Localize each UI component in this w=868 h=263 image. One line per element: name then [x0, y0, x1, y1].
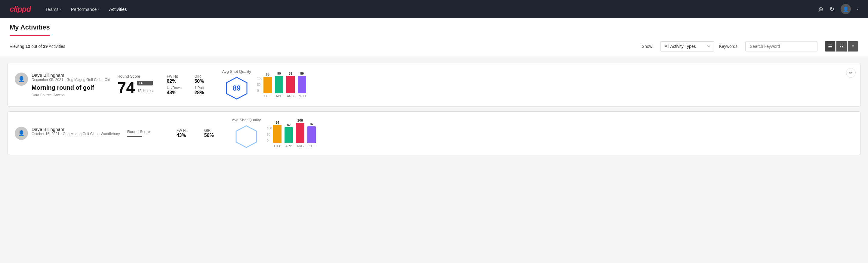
bar-chart: 85OTT90APP89ARG89PUTT [264, 71, 307, 98]
person-icon: 👤 [18, 76, 25, 83]
view-toggle: ☰ ☷ ≡ [825, 41, 858, 52]
bar-bottom-label: PUTT [298, 94, 307, 98]
player-name: Dave Billingham [32, 72, 110, 78]
round-score-label: Round Score [117, 74, 159, 79]
navbar: clippd Teams ▾ Performance ▾ Activities … [0, 0, 868, 18]
user-icon: 👤 [843, 6, 849, 12]
bar-top-label: 85 [266, 72, 270, 76]
hex-quality [234, 124, 258, 149]
card-quality: Avg Shot Quality 89 100 50 0 [222, 69, 360, 100]
up-down-value: 43% [166, 90, 187, 95]
gir-stat: GIR 56% [204, 128, 225, 138]
bar-fill [284, 127, 293, 143]
fw-hit-stat: FW Hit 43% [177, 128, 197, 138]
activity-name: Morning round of golf [32, 84, 110, 91]
fw-hit-value: 62% [166, 79, 187, 84]
bar-chart: 94OTT82APP106ARG87PUTT [273, 119, 316, 148]
score-row: 74 +4 18 Holes [117, 80, 159, 95]
card-left: 👤 Dave Billingham October 16, 2021 - Gog… [15, 127, 120, 140]
grid-icon: ☷ [839, 43, 844, 49]
card-stats: FW Hit 43% GIR 56% [177, 128, 225, 138]
card-info: Dave Billingham October 16, 2021 - Gog M… [32, 127, 120, 139]
one-putt-value: 28% [194, 90, 215, 95]
hex-score: 89 [232, 84, 241, 92]
viewing-text: Viewing 12 out of 29 Activities [10, 44, 65, 49]
bar-top-label: 87 [310, 122, 313, 126]
bar-bottom-label: APP [276, 94, 282, 98]
gir-stat: GIR 50% [194, 74, 215, 84]
activities-container: ✏ 👤 Dave Billingham December 05, 2021 - … [0, 63, 868, 155]
fw-hit-stat: FW Hit 62% [166, 74, 187, 84]
card-score: Round Score 74 +4 18 Holes [117, 74, 159, 95]
bar-fill [275, 76, 283, 93]
teams-chevron-icon: ▾ [60, 7, 61, 11]
player-name: Dave Billingham [32, 127, 120, 132]
view-list-dense-button[interactable]: ☰ [825, 41, 836, 52]
bar-fill [286, 76, 295, 93]
person-icon: 👤 [18, 130, 25, 137]
bar-group: 94OTT [273, 121, 281, 148]
viewing-count: 12 [26, 44, 30, 49]
bar-top-label: 89 [289, 71, 292, 75]
bar-fill [307, 126, 316, 143]
bar-bottom-label: OTT [265, 94, 271, 98]
view-list-button[interactable]: ≡ [847, 41, 858, 52]
list-dense-icon: ☰ [828, 43, 832, 49]
score-number: 74 [117, 80, 135, 95]
logo: clippd [10, 4, 31, 14]
edit-button[interactable]: ✏ [846, 68, 856, 78]
search-input[interactable] [745, 41, 817, 52]
bar-chart-wrapper: 100 50 0 85OTT90APP89ARG89PUTT [257, 71, 306, 98]
bar-group: 89ARG [286, 71, 295, 98]
gir-label: GIR [204, 128, 225, 133]
score-holes: 18 Holes [137, 88, 153, 93]
user-chevron-icon: ▾ [857, 7, 858, 11]
list-icon: ≡ [851, 43, 854, 49]
activity-type-select[interactable]: All Activity Types [660, 41, 714, 52]
bar-bottom-label: ARG [287, 94, 294, 98]
bar-bottom-label: OTT [274, 144, 281, 148]
show-label: Show: [642, 44, 654, 49]
bar-group: 89PUTT [298, 71, 307, 98]
performance-chevron-icon: ▾ [98, 7, 99, 11]
bar-top-label: 89 [300, 71, 304, 75]
nav-performance[interactable]: Performance ▾ [71, 5, 99, 13]
keywords-label: Keywords: [719, 44, 739, 49]
score-placeholder [127, 136, 142, 137]
hexagon-container [232, 124, 261, 149]
avatar: 👤 [15, 72, 28, 86]
fw-hit-label: FW Hit [177, 128, 197, 133]
one-putt-label: 1 Putt [194, 86, 215, 90]
page-header: My Activities [0, 18, 868, 36]
nav-activities-label: Activities [109, 7, 127, 12]
bar-bottom-label: PUTT [307, 144, 316, 148]
viewing-suffix: Activities [49, 44, 65, 49]
gir-value: 50% [194, 79, 215, 84]
user-avatar-button[interactable]: 👤 [841, 4, 851, 14]
bar-axis: 100 50 0 [267, 127, 273, 148]
card-date-course: December 05, 2021 - Gog Magog Golf Club … [32, 78, 110, 82]
nav-performance-label: Performance [71, 7, 97, 12]
bar-fill [298, 76, 306, 93]
viewing-total: 29 [43, 44, 48, 49]
bar-top-label: 82 [287, 123, 290, 127]
up-down-label: Up/Down [166, 86, 187, 90]
nav-teams-label: Teams [45, 7, 59, 12]
hexagon-container: 89 [222, 76, 251, 100]
nav-teams[interactable]: Teams ▾ [45, 5, 61, 13]
avg-shot-label: Avg Shot Quality [232, 118, 261, 122]
score-badge: +4 [137, 81, 153, 85]
page-title: My Activities [10, 18, 50, 36]
card-quality: Avg Shot Quality 100 50 0 94 [232, 118, 370, 149]
view-grid-button[interactable]: ☷ [836, 41, 847, 52]
fw-hit-value: 43% [177, 133, 197, 138]
bar-chart-wrapper: 100 50 0 94OTT82APP106ARG87PUTT [267, 119, 316, 148]
refresh-icon[interactable]: ↻ [830, 5, 835, 12]
filter-bar: Viewing 12 out of 29 Activities Show: Al… [0, 36, 868, 57]
nav-activities[interactable]: Activities [109, 5, 127, 13]
card-left: 👤 Dave Billingham December 05, 2021 - Go… [15, 72, 110, 97]
hex-quality: 89 [225, 76, 249, 100]
add-icon[interactable]: ⊕ [818, 5, 824, 12]
fw-hit-label: FW Hit [166, 74, 187, 79]
bar-group: 87PUTT [307, 122, 316, 148]
